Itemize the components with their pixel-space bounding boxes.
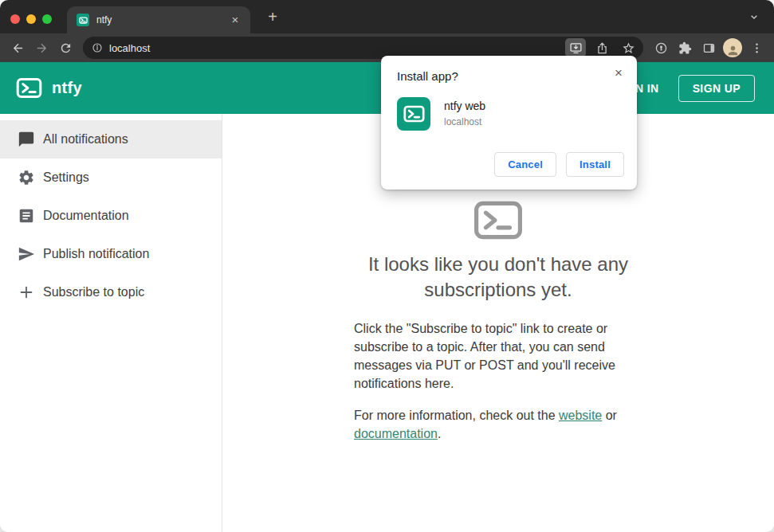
dialog-close-icon[interactable]: ×	[610, 65, 627, 82]
install-app-button[interactable]	[565, 38, 586, 57]
star-icon	[622, 41, 635, 55]
chat-bubble-icon	[17, 130, 36, 149]
reload-icon	[59, 41, 73, 55]
documentation-link[interactable]: documentation	[354, 427, 438, 440]
address-text[interactable]: localhost	[109, 42, 560, 54]
tab-close-icon[interactable]: ×	[228, 13, 242, 27]
ntfy-terminal-icon	[473, 200, 523, 241]
person-icon	[726, 44, 740, 57]
app-title: ntfy	[52, 79, 82, 97]
browser-window: ntfy × + localhost	[0, 0, 774, 532]
sidebar-item-label: Documentation	[43, 209, 129, 223]
brand: ntfy	[16, 77, 82, 99]
ntfy-favicon-icon	[77, 14, 89, 26]
install-button[interactable]: Install	[566, 152, 624, 177]
sidebar-item-documentation[interactable]: Documentation	[0, 197, 222, 235]
sidebar-item-subscribe-to-topic[interactable]: Subscribe to topic	[0, 273, 222, 311]
dialog-app-name: ntfy web	[444, 100, 485, 112]
sidebar-item-label: Settings	[43, 170, 89, 185]
more-info-prefix: For more information, check out the	[354, 409, 559, 422]
tab-strip: ntfy × +	[0, 0, 774, 33]
browser-menu-button[interactable]	[745, 37, 768, 59]
sidebar-item-label: Publish notification	[43, 247, 149, 261]
heading-line-1: It looks like you don't have any	[368, 252, 628, 277]
keyhole-icon	[654, 41, 668, 55]
share-button[interactable]	[591, 38, 612, 57]
tab-title: ntfy	[96, 14, 221, 25]
close-window-button[interactable]	[10, 14, 20, 24]
back-button[interactable]	[6, 37, 29, 59]
arrow-right-icon	[35, 41, 49, 55]
more-info-or: or	[602, 409, 617, 422]
bookmark-button[interactable]	[618, 38, 638, 57]
cancel-button[interactable]: Cancel	[494, 152, 556, 177]
tab-search-chevron-icon[interactable]	[744, 6, 764, 27]
side-panel-icon	[702, 41, 716, 55]
heading-line-2: subscriptions yet.	[368, 277, 628, 303]
password-manager-button[interactable]	[650, 37, 672, 59]
puzzle-icon	[678, 41, 692, 55]
new-tab-button[interactable]: +	[261, 6, 284, 28]
sidebar: All notifications Settings Documentation…	[0, 114, 222, 532]
forward-button[interactable]	[30, 37, 53, 59]
sign-up-button[interactable]: SIGN UP	[678, 75, 755, 102]
sidebar-item-all-notifications[interactable]: All notifications	[0, 120, 222, 158]
share-icon	[595, 41, 609, 55]
gear-icon	[17, 168, 36, 187]
install-icon	[569, 41, 583, 55]
sidebar-item-label: All notifications	[43, 132, 128, 147]
ntfy-app-icon	[397, 97, 430, 131]
empty-state-paragraph: Click the "Subscribe to topic" link to c…	[354, 319, 642, 393]
browser-tab-ntfy[interactable]: ntfy ×	[67, 6, 250, 33]
profile-button[interactable]	[721, 37, 744, 59]
site-info-icon[interactable]	[91, 41, 104, 54]
window-controls	[10, 14, 52, 24]
send-icon	[17, 244, 36, 264]
dialog-actions: Cancel Install	[397, 152, 624, 177]
install-app-dialog: Install app? × ntfy web localhost Cancel…	[381, 56, 637, 190]
article-icon	[17, 206, 36, 225]
more-info-paragraph: For more information, check out the webs…	[354, 406, 642, 443]
empty-state-heading: It looks like you don't have any subscri…	[368, 252, 628, 303]
side-panel-button[interactable]	[697, 37, 720, 59]
avatar	[723, 38, 742, 57]
kebab-menu-icon	[750, 41, 764, 55]
dialog-app-row: ntfy web localhost	[397, 97, 624, 131]
minimize-window-button[interactable]	[26, 14, 36, 24]
reload-button[interactable]	[54, 37, 77, 59]
dialog-app-info: ntfy web localhost	[444, 97, 485, 127]
sidebar-item-settings[interactable]: Settings	[0, 158, 222, 197]
extensions-button[interactable]	[674, 37, 696, 59]
sidebar-item-label: Subscribe to topic	[43, 285, 144, 299]
arrow-left-icon	[11, 41, 25, 55]
dialog-app-origin: localhost	[444, 116, 485, 127]
ntfy-logo-icon	[16, 77, 42, 99]
more-info-suffix: .	[438, 427, 441, 440]
website-link[interactable]: website	[559, 409, 602, 422]
zoom-window-button[interactable]	[42, 14, 52, 24]
dialog-title: Install app?	[397, 69, 624, 83]
sidebar-item-publish-notification[interactable]: Publish notification	[0, 235, 222, 273]
plus-icon	[17, 283, 36, 302]
